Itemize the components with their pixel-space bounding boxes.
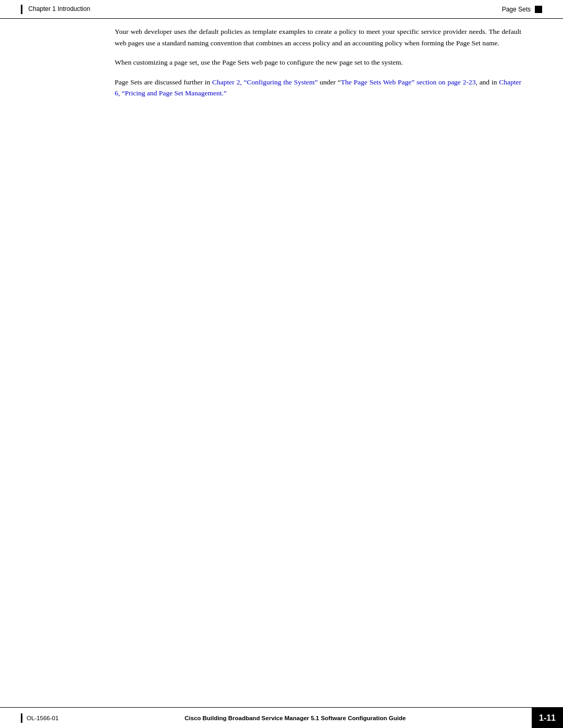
link-chapter2[interactable]: Chapter 2, “Configuring the System”	[212, 78, 317, 86]
header-section-label: Page Sets	[502, 6, 563, 13]
page-container: Chapter 1 Introduction Page Sets Your we…	[0, 0, 563, 728]
footer-left-bar	[21, 713, 22, 723]
footer-left: OL-1566-01	[0, 713, 58, 723]
header-chapter-label: Chapter 1 Introduction	[0, 5, 90, 14]
paragraph-2: When customizing a page set, use the Pag…	[115, 57, 521, 68]
page-footer: OL-1566-01 Cisco Building Broadband Serv…	[0, 707, 563, 728]
main-content: Your web developer uses the default poli…	[115, 26, 521, 107]
footer-page-number: 1-11	[532, 708, 563, 729]
header-black-square	[535, 6, 542, 13]
link-page-sets-web-page[interactable]: The Page Sets Web Page” section on page …	[341, 78, 476, 86]
footer-doc-number: OL-1566-01	[27, 715, 58, 721]
footer-center-text: Cisco Building Broadband Service Manager…	[58, 715, 532, 721]
page-header: Chapter 1 Introduction Page Sets	[0, 0, 563, 19]
paragraph-1: Your web developer uses the default poli…	[115, 26, 521, 48]
paragraph-3: Page Sets are discussed further in Chapt…	[115, 77, 521, 99]
header-left-bar	[21, 5, 22, 14]
